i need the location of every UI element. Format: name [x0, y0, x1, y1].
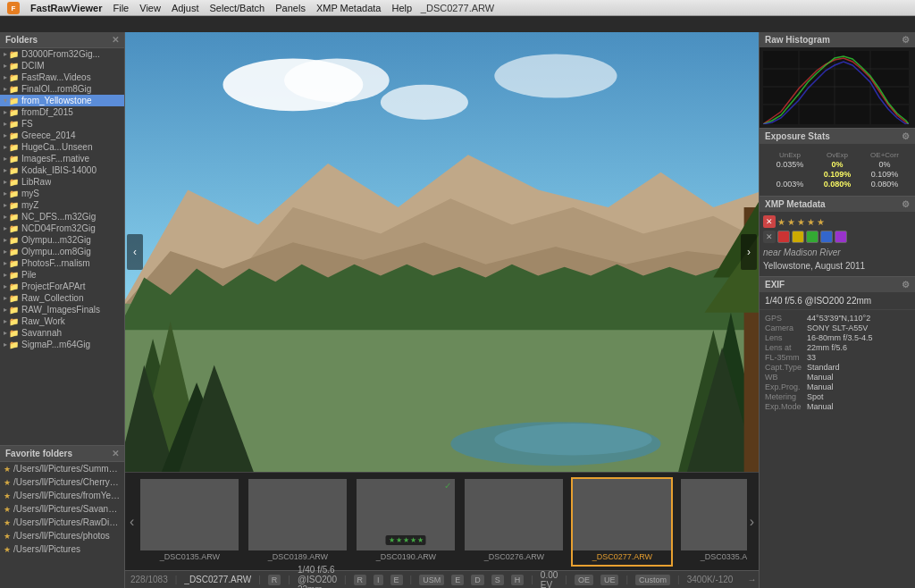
status-sep-3: |: [288, 575, 290, 584]
folder-item[interactable]: ▸📁Greece_2014: [0, 130, 124, 141]
folder-item[interactable]: ▸📁DCIM: [0, 60, 124, 71]
folder-item[interactable]: ▸📁D3000From32Gig...: [0, 48, 124, 60]
folder-item[interactable]: ▸📁FinalOl...rom8Gig: [0, 83, 124, 95]
thumbnail-item[interactable]: _DSC0277.ARW: [571, 477, 673, 567]
svg-point-4: [284, 58, 390, 102]
nav-next-button[interactable]: ›: [741, 234, 757, 270]
favorite-item[interactable]: ★/Users/ll/Pictures/fromYellowst: [0, 489, 124, 502]
exposure-grid: UnExp OvExp OE+Corr 0.035% 0% 0% 0.109% …: [763, 147, 911, 192]
menu-file[interactable]: File: [113, 3, 130, 13]
menu-select-batch[interactable]: Select/Batch: [209, 3, 264, 13]
folder-item[interactable]: ▸📁Pile: [0, 269, 124, 281]
folder-item[interactable]: ▸📁fromDf_2015: [0, 106, 124, 118]
folders-close-icon[interactable]: ✕: [112, 35, 119, 45]
thumbnail-item[interactable]: _DSC0189.ARW: [247, 477, 348, 567]
thumbnail-item[interactable]: _DSC0276.ARW: [463, 477, 565, 567]
folder-item[interactable]: ▸📁myZ: [0, 199, 124, 211]
tool-e2[interactable]: E: [451, 575, 464, 585]
ue-indicator[interactable]: UE: [600, 575, 619, 585]
exif-value: 22mm f/5.6: [807, 343, 910, 352]
menu-panels[interactable]: Panels: [275, 3, 306, 13]
favorite-item[interactable]: ★/Users/ll/Pictures/Savannah: [0, 502, 124, 516]
oe-indicator[interactable]: OE: [575, 575, 593, 585]
folder-item[interactable]: ▸📁FS: [0, 118, 124, 130]
color-btn-yellow[interactable]: [792, 231, 804, 243]
folder-item[interactable]: ▾📁from_Yellowstone: [0, 95, 124, 106]
favorite-item[interactable]: ★/Users/ll/Pictures/CherryBlosso: [0, 475, 124, 489]
folder-item[interactable]: ▸📁Savannah: [0, 327, 124, 339]
folders-header: Folders ✕: [0, 32, 124, 48]
render-mode[interactable]: R: [268, 575, 281, 585]
exposure-menu-icon[interactable]: ⚙: [902, 131, 910, 141]
tool-s[interactable]: S: [491, 575, 504, 585]
tool-usm[interactable]: USM: [419, 575, 444, 585]
folder-item[interactable]: ▸📁LibRaw: [0, 176, 124, 188]
left-panel: Folders ✕ ▸📁D3000From32Gig...▸📁DCIM▸📁Fas…: [0, 32, 125, 588]
nav-prev-button[interactable]: ‹: [127, 234, 143, 270]
menu-app[interactable]: FastRawViewer: [30, 3, 103, 13]
hist-label-right: +2: [899, 126, 908, 128]
exif-key: Camera: [765, 323, 802, 332]
folder-item[interactable]: ▸📁ImagesF...rnative: [0, 153, 124, 164]
thumbnail-item[interactable]: _DSC0135.ARW: [139, 477, 240, 567]
folder-item[interactable]: ▸📁myS: [0, 188, 124, 199]
nav-arrow-icon[interactable]: →: [747, 575, 756, 584]
menu-xmp[interactable]: XMP Metadata: [316, 3, 382, 13]
folder-item[interactable]: ▸📁NCD04From32Gig: [0, 223, 124, 234]
xmp-reject-btn-2[interactable]: ✕: [763, 231, 776, 243]
star-3[interactable]: ★: [797, 217, 805, 227]
star-4[interactable]: ★: [807, 217, 815, 227]
color-btn-purple[interactable]: [835, 231, 847, 243]
tool-d[interactable]: D: [471, 575, 484, 585]
color-btn-blue[interactable]: [820, 231, 833, 243]
tool-i[interactable]: I: [374, 575, 383, 585]
folder-item[interactable]: ▸📁Olympu...m32Gig: [0, 234, 124, 246]
status-sep-7: |: [565, 575, 567, 584]
folder-item[interactable]: ▸📁NC_DFS...m32Gig: [0, 211, 124, 223]
menu-help[interactable]: Help: [391, 3, 412, 13]
tool-r[interactable]: R: [354, 575, 367, 585]
folder-item[interactable]: ▸📁Kodak_IBIS-14000: [0, 164, 124, 176]
favorite-item[interactable]: ★/Users/ll/Pictures: [0, 542, 124, 556]
menu-view[interactable]: View: [139, 3, 161, 13]
menu-adjust[interactable]: Adjust: [172, 3, 199, 13]
xmp-reject-btn[interactable]: ✕: [763, 215, 776, 228]
folder-item[interactable]: ▸📁Olympu...om8Gig: [0, 246, 124, 257]
thumbnail-item[interactable]: ★★★★★ ✓ _DSC0190.ARW: [355, 477, 457, 567]
scroll-right-button[interactable]: ›: [747, 514, 757, 530]
wb-mode[interactable]: Custom: [635, 575, 670, 585]
favorites-list[interactable]: ★/Users/ll/Pictures/Summer_in_C★/Users/l…: [0, 462, 124, 586]
folder-item[interactable]: ▸📁FastRaw...Videos: [0, 71, 124, 83]
exif-menu-icon[interactable]: ⚙: [902, 280, 910, 290]
exp-val-r3c2: 0.080%: [814, 180, 860, 189]
star-1[interactable]: ★: [777, 217, 785, 227]
folder-item[interactable]: ▸📁Raw_Work: [0, 315, 124, 327]
color-btn-green[interactable]: [806, 231, 818, 243]
star-5[interactable]: ★: [817, 217, 825, 227]
star-2[interactable]: ★: [787, 217, 795, 227]
favorite-item[interactable]: ★/Users/ll/Pictures/Summer_in_C: [0, 462, 124, 475]
favorite-item[interactable]: ★/Users/ll/Pictures/RawDigger_r: [0, 516, 124, 529]
hist-label-left: -11: [767, 126, 778, 128]
folder-item[interactable]: ▸📁Raw_Collection: [0, 292, 124, 304]
exp-val-r2c1: [767, 170, 813, 179]
scroll-left-button[interactable]: ‹: [127, 514, 137, 530]
thumbnail-item[interactable]: _DSC0335.ARW: [679, 477, 746, 567]
folder-item[interactable]: ▸📁PhotosF...rnalism: [0, 257, 124, 269]
favorites-close-icon[interactable]: ✕: [112, 449, 119, 458]
svg-text:F: F: [12, 4, 16, 13]
tool-e[interactable]: E: [390, 575, 403, 585]
exif-summary-status: 1/40 f/5.6 @ISO200 22mm: [298, 565, 337, 588]
folder-item[interactable]: ▸📁ProjectForAPArt: [0, 281, 124, 292]
exif-key: Exp.Mode: [765, 402, 802, 411]
color-btn-red[interactable]: [777, 231, 790, 243]
folder-item[interactable]: ▸📁SigmaP...m64Gig: [0, 339, 124, 350]
histogram-menu-icon[interactable]: ⚙: [902, 35, 910, 45]
favorite-item[interactable]: ★/Users/ll/Pictures/photos: [0, 529, 124, 542]
xmp-menu-icon[interactable]: ⚙: [902, 199, 910, 209]
tool-h[interactable]: H: [511, 575, 525, 585]
menubar: F FastRawViewer File View Adjust Select/…: [0, 0, 915, 16]
folder-item[interactable]: ▸📁RAW_ImagesFinals: [0, 304, 124, 315]
folder-item[interactable]: ▸📁HugeCa...Unseen: [0, 141, 124, 153]
folder-list[interactable]: ▸📁D3000From32Gig...▸📁DCIM▸📁FastRaw...Vid…: [0, 48, 124, 443]
